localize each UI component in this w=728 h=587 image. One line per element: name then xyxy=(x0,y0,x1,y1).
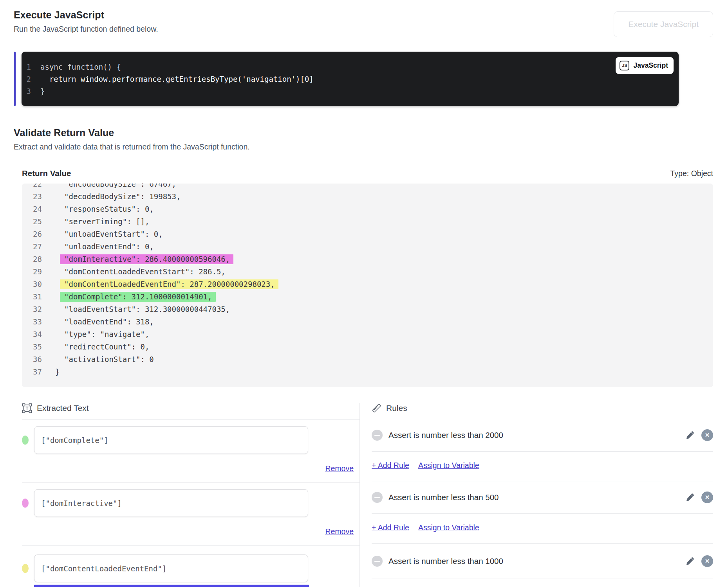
line-number: 28 xyxy=(22,253,42,265)
ruler-icon xyxy=(372,403,381,413)
language-badge[interactable]: JS JavaScript xyxy=(616,57,674,74)
json-text: "serverTiming": [], xyxy=(64,217,149,226)
json-text: "domContentLoadedEventStart": 286.5, xyxy=(64,267,226,276)
extraction-path-input[interactable] xyxy=(34,555,308,582)
return-line: 29"domContentLoadedEventStart": 286.5, xyxy=(22,265,713,278)
return-value-label: Return Value xyxy=(22,169,71,178)
rule-actions-row: + Add Rule Assign to Variable xyxy=(372,452,713,481)
rule-row: Assert is number less than 500 ✕ xyxy=(372,481,713,514)
extraction-path-input[interactable] xyxy=(34,489,308,517)
rules-column: Rules Assert is number less than 2000 ✕ … xyxy=(360,403,713,587)
delete-rule-icon[interactable]: ✕ xyxy=(701,429,713,441)
add-rule-link[interactable]: + Add Rule xyxy=(372,523,409,532)
return-value-viewer[interactable]: 22"encodedBodySize": 67467, 23"decodedBo… xyxy=(22,184,713,387)
extraction-color-dot-pink xyxy=(22,499,29,508)
return-line-highlight-yellow: 30"domContentLoadedEventEnd": 287.200000… xyxy=(22,278,713,290)
remove-extraction-link[interactable]: Remove xyxy=(325,527,354,536)
return-line: 34"type": "navigate", xyxy=(22,328,713,340)
line-number: 25 xyxy=(22,215,42,228)
line-number: 2 xyxy=(22,73,40,85)
line-number: 24 xyxy=(22,203,42,215)
return-line: 24"responseStatus": 0, xyxy=(22,203,713,215)
line-number: 27 xyxy=(22,240,42,253)
delete-rule-icon[interactable]: ✕ xyxy=(701,492,713,503)
minus-circle-icon[interactable] xyxy=(372,492,383,503)
code-text: } xyxy=(40,85,45,97)
edit-rule-icon[interactable] xyxy=(685,493,695,502)
json-text: "responseStatus": 0, xyxy=(64,205,154,213)
line-number: 32 xyxy=(22,303,42,315)
code-text: return window.performance.getEntriesByTy… xyxy=(40,73,314,85)
return-line: 23"decodedBodySize": 199853, xyxy=(22,190,713,203)
extraction-item: Remove xyxy=(22,483,359,546)
json-text: "unloadEventEnd": 0, xyxy=(64,242,154,251)
execute-javascript-step-page: Execute JavaScript Run the JavaScript fu… xyxy=(0,0,728,587)
return-type-label: Type: Object xyxy=(670,169,713,178)
page-title: Execute JavaScript xyxy=(14,9,713,21)
code-editor-wrap: 1 async function() { 2 return window.per… xyxy=(14,52,713,106)
return-line: 25"serverTiming": [], xyxy=(22,215,713,228)
assign-to-variable-link[interactable]: Assign to Variable xyxy=(418,461,479,470)
line-number: 29 xyxy=(22,265,42,278)
return-line-highlight-pink: 28"domInteractive": 286.40000000596046, xyxy=(22,253,713,265)
json-text: "encodedBodySize": 67467, xyxy=(64,184,176,188)
rule-label: Assert is number less than 2000 xyxy=(388,430,685,440)
language-badge-label: JavaScript xyxy=(633,59,668,72)
bottom-accent-bar xyxy=(34,585,309,587)
line-number: 26 xyxy=(22,228,42,240)
rule-row: Assert is number less than 1000 ✕ xyxy=(372,544,713,578)
line-number: 30 xyxy=(22,278,42,290)
extracted-text-header: Extracted Text xyxy=(37,403,89,413)
minus-circle-icon[interactable] xyxy=(372,556,383,567)
json-text: "activationStart": 0 xyxy=(64,355,154,364)
text-extract-icon xyxy=(22,403,32,413)
validate-section-title: Validate Return Value xyxy=(14,127,713,139)
rule-row: Assert is number less than 2000 ✕ xyxy=(372,419,713,452)
assign-to-variable-link[interactable]: Assign to Variable xyxy=(418,523,479,532)
json-text: "type": "navigate", xyxy=(64,330,149,339)
execute-javascript-button[interactable]: Execute JavaScript xyxy=(614,11,713,37)
json-text: "loadEventEnd": 318, xyxy=(64,317,154,326)
json-text: "unloadEventStart": 0, xyxy=(64,230,163,238)
validate-section-subtitle: Extract and validate data that is return… xyxy=(14,142,713,151)
code-line: 2 return window.performance.getEntriesBy… xyxy=(22,73,679,85)
add-rule-link[interactable]: + Add Rule xyxy=(372,461,409,470)
remove-extraction-link[interactable]: Remove xyxy=(325,464,354,473)
extraction-item xyxy=(22,546,359,587)
json-text: "decodedBodySize": 199853, xyxy=(64,192,181,201)
line-number: 22 xyxy=(22,184,42,190)
json-text: } xyxy=(55,367,60,376)
return-line: 36"activationStart": 0 xyxy=(22,353,713,366)
extraction-color-dot-yellow xyxy=(22,564,29,573)
editor-accent-bar xyxy=(14,52,16,106)
extraction-color-dot-green xyxy=(22,436,29,445)
line-number: 23 xyxy=(22,190,42,203)
return-line: 32"loadEventStart": 312.30000000447035, xyxy=(22,303,713,315)
edit-rule-icon[interactable] xyxy=(685,556,695,566)
return-line: 33"loadEventEnd": 318, xyxy=(22,315,713,328)
line-number: 3 xyxy=(22,85,40,97)
extraction-item: Remove xyxy=(22,420,359,483)
return-value-panel: Return Value Type: Object 22"encodedBody… xyxy=(14,166,713,587)
delete-rule-icon[interactable]: ✕ xyxy=(701,555,713,567)
javascript-icon: JS xyxy=(620,61,629,70)
return-line-highlight-green: 31"domComplete": 312.1000000014901, xyxy=(22,290,713,303)
line-number: 1 xyxy=(22,61,40,73)
minus-circle-icon[interactable] xyxy=(372,430,383,441)
javascript-code-editor[interactable]: 1 async function() { 2 return window.per… xyxy=(22,52,679,106)
json-text: "domContentLoadedEventEnd": 287.20000000… xyxy=(60,279,278,289)
code-line: 1 async function() { xyxy=(22,61,679,73)
return-line: 37} xyxy=(22,366,713,378)
rules-header: Rules xyxy=(386,403,407,413)
return-line: 22"encodedBodySize": 67467, xyxy=(22,184,713,190)
line-number: 34 xyxy=(22,328,42,340)
edit-rule-icon[interactable] xyxy=(685,430,695,440)
extraction-path-input[interactable] xyxy=(34,426,308,454)
code-text: async function() { xyxy=(40,61,121,73)
rule-label: Assert is number less than 500 xyxy=(388,493,685,502)
return-line: 27"unloadEventEnd": 0, xyxy=(22,240,713,253)
page-subtitle: Run the JavaScript function defined belo… xyxy=(14,25,713,34)
extracted-text-column: Extracted Text Remove xyxy=(22,403,360,587)
json-text: "loadEventStart": 312.30000000447035, xyxy=(64,305,230,313)
return-line: 35"redirectCount": 0, xyxy=(22,340,713,353)
